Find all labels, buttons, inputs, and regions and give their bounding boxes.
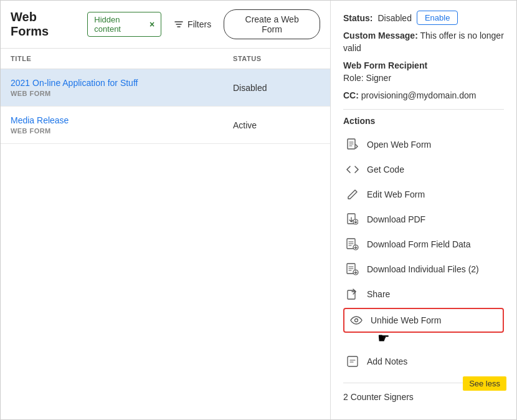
open-web-form-label: Open Web Form: [367, 140, 431, 150]
edit-web-form-label: Edit Web Form: [367, 189, 425, 199]
get-code-action[interactable]: Get Code: [343, 157, 504, 182]
row-name: 2021 On-line Application for Stuff: [11, 78, 233, 88]
svg-point-8: [355, 319, 358, 322]
left-header: Web Forms Hidden content × Filters Creat…: [1, 1, 330, 49]
row-name: Media Release: [11, 115, 233, 125]
col-title-header: TITLE: [11, 55, 233, 62]
recipient-title: Web Form Recipient: [343, 60, 504, 70]
add-notes-label: Add Notes: [367, 356, 407, 366]
status-label: Status:: [343, 13, 372, 23]
row-type: WEB FORM: [11, 127, 233, 135]
status-line: Status: Disabled Enable: [343, 11, 504, 25]
filter-icon: [174, 19, 184, 29]
hidden-content-badge[interactable]: Hidden content ×: [87, 12, 161, 37]
hidden-content-label: Hidden content: [94, 15, 146, 34]
custom-message-label: Custom Message:: [343, 31, 418, 41]
share-action[interactable]: Share: [343, 282, 504, 307]
cc-label: CC:: [343, 90, 359, 100]
enable-button[interactable]: Enable: [417, 11, 458, 25]
cc-value: provisioning@mydomain.dom: [361, 90, 477, 100]
download-pdf-icon: [346, 212, 359, 226]
filters-label: Filters: [187, 19, 211, 29]
recipient-role: Role: Signer: [343, 73, 504, 83]
download-pdf-label: Download PDF: [367, 214, 425, 224]
add-notes-action[interactable]: Add Notes: [343, 349, 504, 374]
share-label: Share: [367, 289, 390, 299]
col-status-header: STATUS: [233, 55, 320, 62]
cursor-pointer-icon: ☛: [377, 330, 390, 346]
get-code-icon: [346, 163, 359, 176]
row-type: WEB FORM: [11, 90, 233, 97]
open-web-form-action[interactable]: Open Web Form: [343, 132, 504, 157]
left-panel: Web Forms Hidden content × Filters Creat…: [1, 1, 331, 419]
page-title: Web Forms: [11, 10, 75, 39]
svg-rect-9: [348, 356, 358, 366]
edit-web-form-action[interactable]: Edit Web Form: [343, 182, 504, 207]
divider: [343, 109, 504, 110]
download-form-field-data-icon: [346, 237, 359, 251]
row-status: Active: [233, 120, 320, 130]
table-row[interactable]: 2021 On-line Application for Stuff WEB F…: [1, 69, 330, 107]
cc-line: CC: provisioning@mydomain.dom: [343, 90, 504, 100]
close-icon[interactable]: ×: [149, 19, 154, 29]
row-status: Disabled: [233, 83, 320, 93]
download-pdf-action[interactable]: Download PDF: [343, 207, 504, 232]
edit-web-form-icon: [346, 188, 359, 201]
actions-title: Actions: [343, 116, 504, 126]
row-info: Media Release WEB FORM: [11, 115, 233, 135]
recipient-section: Web Form Recipient Role: Signer: [343, 60, 504, 83]
download-individual-files-action[interactable]: Download Individual Files (2): [343, 257, 504, 282]
actions-section: Actions Open Web Form: [343, 116, 504, 374]
open-web-form-icon: [346, 138, 359, 151]
custom-message-line: Custom Message: This offer is no longer …: [343, 30, 504, 54]
create-form-button[interactable]: Create a Web Form: [224, 9, 320, 39]
eye-icon: [349, 313, 363, 327]
notes-icon: [346, 355, 359, 368]
download-individual-files-label: Download Individual Files (2): [367, 264, 479, 274]
unhide-web-form-action[interactable]: Unhide Web Form: [343, 308, 504, 333]
right-panel: Status: Disabled Enable Custom Message: …: [331, 1, 516, 419]
row-info: 2021 On-line Application for Stuff WEB F…: [11, 78, 233, 97]
table-row[interactable]: Media Release WEB FORM Active: [1, 107, 330, 144]
see-less-button[interactable]: See less: [463, 376, 506, 391]
download-individual-files-icon: [346, 262, 359, 276]
unhide-web-form-label: Unhide Web Form: [371, 315, 441, 325]
table-header: TITLE STATUS: [1, 49, 330, 69]
filters-button[interactable]: Filters: [169, 17, 216, 32]
download-form-field-data-action[interactable]: Download Form Field Data: [343, 232, 504, 257]
main-layout: Web Forms Hidden content × Filters Creat…: [0, 0, 517, 420]
status-value: Disabled: [377, 13, 411, 23]
download-form-field-data-label: Download Form Field Data: [367, 239, 471, 249]
get-code-label: Get Code: [367, 165, 404, 174]
share-icon: [346, 287, 359, 301]
